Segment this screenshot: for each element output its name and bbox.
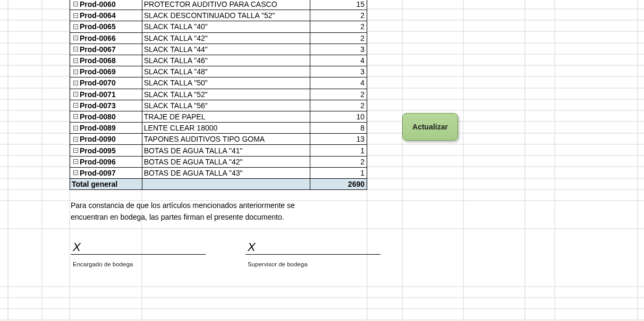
product-desc: SLACK TALLA "40" <box>144 22 208 31</box>
product-code-cell[interactable]: −Prod-0066 <box>70 33 142 44</box>
product-code: Prod-0065 <box>80 22 116 31</box>
product-qty-cell[interactable]: 1 <box>310 168 367 178</box>
total-label: Total general <box>72 180 117 188</box>
product-code-cell[interactable]: −Prod-0060 <box>70 0 142 10</box>
collapse-icon[interactable]: − <box>73 47 78 51</box>
collapse-icon[interactable]: − <box>73 70 78 74</box>
product-desc-cell[interactable]: TRAJE DE PAPEL <box>142 111 310 122</box>
product-desc-cell[interactable]: LENTE CLEAR 18000 <box>142 123 310 133</box>
table-row[interactable]: −Prod-0068SLACK TALLA "46"4 <box>70 55 367 66</box>
product-code: Prod-0070 <box>80 79 116 87</box>
items-table[interactable]: −Prod-0060PROTECTOR AUDITIVO PARA CASCO1… <box>70 0 367 190</box>
product-qty-cell[interactable]: 2 <box>310 10 367 21</box>
product-desc-cell[interactable]: BOTAS DE AGUA TALLA "43" <box>142 168 310 178</box>
product-qty-cell[interactable]: 2 <box>310 89 367 100</box>
product-code-cell[interactable]: −Prod-0073 <box>70 100 142 111</box>
collapse-icon[interactable]: − <box>73 114 78 119</box>
product-qty-cell[interactable]: 4 <box>310 55 367 66</box>
product-code: Prod-0067 <box>80 45 116 54</box>
collapse-icon[interactable]: − <box>73 170 78 175</box>
product-code-cell[interactable]: −Prod-0064 <box>70 10 142 21</box>
collapse-icon[interactable]: − <box>73 13 78 18</box>
product-desc: TAPONES AUDITIVOS TIPO GOMA <box>144 135 265 143</box>
table-row[interactable]: −Prod-0073SLACK TALLA "56"2 <box>70 100 367 111</box>
collapse-icon[interactable]: − <box>73 24 78 29</box>
product-desc-cell[interactable]: SLACK TALLA "40" <box>142 21 310 32</box>
product-desc-cell[interactable]: SLACK TALLA "52" <box>142 89 310 100</box>
actualizar-button[interactable]: Actualizar <box>402 113 458 141</box>
product-desc-cell[interactable]: SLACK TALLA "44" <box>142 44 310 55</box>
product-qty-cell[interactable]: 3 <box>310 44 367 55</box>
product-desc-cell[interactable]: PROTECTOR AUDITIVO PARA CASCO <box>142 0 310 10</box>
collapse-icon[interactable]: − <box>73 81 78 85</box>
table-row[interactable]: −Prod-0066SLACK TALLA "42"2 <box>70 32 367 44</box>
product-code: Prod-0066 <box>80 34 116 42</box>
product-desc-cell[interactable]: SLACK TALLA "42" <box>142 33 310 44</box>
product-code-cell[interactable]: −Prod-0096 <box>70 157 142 167</box>
product-qty-cell[interactable]: 8 <box>310 123 367 133</box>
table-row[interactable]: −Prod-0064SLACK DESCONTINUADO TALLA "52"… <box>70 10 367 21</box>
product-code: Prod-0060 <box>80 0 116 8</box>
table-row[interactable]: −Prod-0067SLACK TALLA "44"3 <box>70 44 367 55</box>
collapse-icon[interactable]: − <box>73 159 78 164</box>
product-qty-cell[interactable]: 2 <box>310 33 367 44</box>
collapse-icon[interactable]: − <box>73 2 78 6</box>
product-code-cell[interactable]: −Prod-0090 <box>70 134 142 144</box>
table-row[interactable]: −Prod-0090TAPONES AUDITIVOS TIPO GOMA13 <box>70 133 367 144</box>
product-code: Prod-0071 <box>80 90 116 99</box>
product-code-cell[interactable]: −Prod-0071 <box>70 89 142 100</box>
product-desc-cell[interactable]: BOTAS DE AGUA TALLA "41" <box>142 145 310 155</box>
product-desc-cell[interactable]: SLACK TALLA "50" <box>142 77 310 88</box>
collapse-icon[interactable]: − <box>73 92 78 97</box>
product-qty-cell[interactable]: 10 <box>310 111 367 122</box>
product-desc: SLACK DESCONTINUADO TALLA "52" <box>144 11 275 20</box>
product-code: Prod-0095 <box>80 146 116 155</box>
table-row[interactable]: −Prod-0080TRAJE DE PAPEL10 <box>70 111 367 122</box>
product-desc-cell[interactable]: TAPONES AUDITIVOS TIPO GOMA <box>142 134 310 144</box>
product-qty-cell[interactable]: 2 <box>310 157 367 167</box>
collapse-icon[interactable]: − <box>73 36 78 40</box>
collapse-icon[interactable]: − <box>73 126 78 131</box>
collapse-icon[interactable]: − <box>73 137 78 142</box>
collapse-icon[interactable]: − <box>73 58 78 63</box>
product-desc: BOTAS DE AGUA TALLA "41" <box>144 146 243 155</box>
product-qty-cell[interactable]: 3 <box>310 66 367 77</box>
product-qty-cell[interactable]: 2 <box>310 100 367 111</box>
product-code: Prod-0068 <box>80 56 116 65</box>
product-code-cell[interactable]: −Prod-0089 <box>70 123 142 133</box>
product-code: Prod-0064 <box>80 11 116 20</box>
table-row[interactable]: −Prod-0070SLACK TALLA "50"4 <box>70 77 367 88</box>
table-row[interactable]: −Prod-0096BOTAS DE AGUA TALLA "42"2 <box>70 156 367 167</box>
table-row[interactable]: −Prod-0095BOTAS DE AGUA TALLA "41"1 <box>70 144 367 155</box>
table-row[interactable]: −Prod-0071SLACK TALLA "52"2 <box>70 89 367 100</box>
product-code-cell[interactable]: −Prod-0070 <box>70 77 142 88</box>
product-code-cell[interactable]: −Prod-0095 <box>70 145 142 155</box>
collapse-icon[interactable]: − <box>73 148 78 153</box>
product-qty-cell[interactable]: 1 <box>310 145 367 155</box>
table-row[interactable]: −Prod-0089LENTE CLEAR 180008 <box>70 122 367 133</box>
product-code-cell[interactable]: −Prod-0097 <box>70 168 142 178</box>
product-code-cell[interactable]: −Prod-0065 <box>70 21 142 32</box>
total-row[interactable]: Total general2690 <box>70 178 367 189</box>
product-desc: TRAJE DE PAPEL <box>144 112 206 121</box>
product-desc-cell[interactable]: SLACK TALLA "56" <box>142 100 310 111</box>
product-qty-cell[interactable]: 15 <box>310 0 367 10</box>
collapse-icon[interactable]: − <box>73 103 78 108</box>
table-row[interactable]: −Prod-0065SLACK TALLA "40"2 <box>70 21 367 32</box>
product-qty-cell[interactable]: 4 <box>310 77 367 88</box>
table-row[interactable]: −Prod-0060PROTECTOR AUDITIVO PARA CASCO1… <box>70 0 367 10</box>
product-desc-cell[interactable]: BOTAS DE AGUA TALLA "42" <box>142 157 310 167</box>
product-desc-cell[interactable]: SLACK TALLA "48" <box>142 66 310 77</box>
table-row[interactable]: −Prod-0069SLACK TALLA "48"3 <box>70 66 367 77</box>
product-desc-cell[interactable]: SLACK DESCONTINUADO TALLA "52" <box>142 10 310 21</box>
product-code-cell[interactable]: −Prod-0068 <box>70 55 142 66</box>
product-desc-cell[interactable]: SLACK TALLA "46" <box>142 55 310 66</box>
product-code-cell[interactable]: −Prod-0067 <box>70 44 142 55</box>
product-qty: 8 <box>360 124 365 132</box>
table-row[interactable]: −Prod-0097BOTAS DE AGUA TALLA "43"1 <box>70 167 367 178</box>
product-code-cell[interactable]: −Prod-0069 <box>70 66 142 77</box>
product-code: Prod-0069 <box>80 67 116 76</box>
product-qty-cell[interactable]: 13 <box>310 134 367 144</box>
product-qty-cell[interactable]: 2 <box>310 21 367 32</box>
product-code-cell[interactable]: −Prod-0080 <box>70 111 142 122</box>
